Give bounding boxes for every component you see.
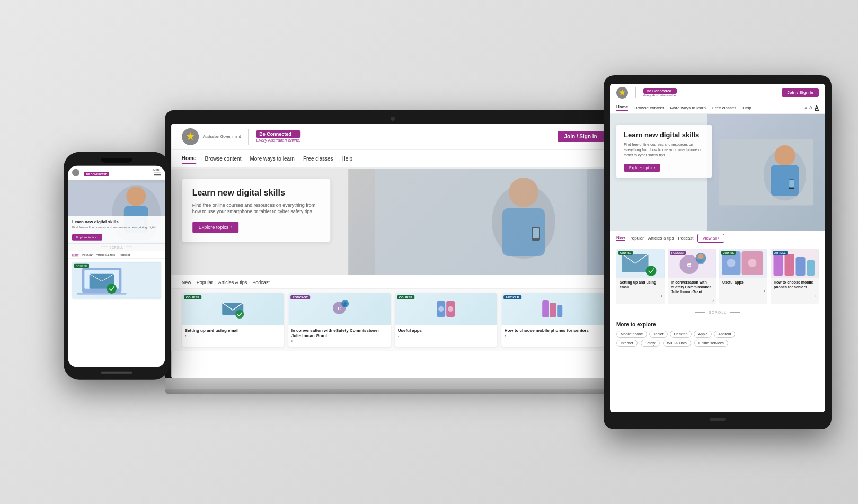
- tag-mobile-phone[interactable]: Mobile phone: [616, 331, 647, 338]
- tag-internet[interactable]: Internet: [616, 340, 638, 347]
- tablet-nav-help[interactable]: Help: [742, 105, 751, 110]
- laptop-screen: Australian Government Be Connected Every…: [171, 124, 614, 378]
- tag-desktop[interactable]: Desktop: [670, 331, 692, 338]
- laptop-explore-btn[interactable]: Explore topics ›: [192, 222, 239, 233]
- nav-item-browse[interactable]: Browse content: [205, 154, 241, 164]
- tab-new[interactable]: New: [182, 279, 191, 286]
- tablet-card-email-title: Setting up and using email: [620, 280, 661, 289]
- tab-podcast[interactable]: Podcast: [252, 279, 270, 286]
- svg-point-23: [774, 145, 795, 166]
- laptop-hero-image: [348, 169, 614, 275]
- tablet-card-email-badge: COURSE: [618, 251, 633, 255]
- svg-text:e: e: [338, 305, 341, 311]
- tag-apple[interactable]: Apple: [694, 331, 712, 338]
- phone-tab-new[interactable]: New: [72, 253, 78, 257]
- card-phones-image: ARTICLE: [501, 293, 604, 325]
- card-esafety-image: PODCAST e 👤: [288, 293, 391, 325]
- tab-popular[interactable]: Popular: [197, 279, 213, 286]
- laptop-site-header: Australian Government Be Connected Every…: [171, 124, 614, 150]
- nav-item-more-ways[interactable]: More ways to learn: [250, 154, 294, 164]
- card-esafety-content: In conversation with eSafety Commissione…: [288, 325, 391, 347]
- tablet-header: Be Connected Every Australian online. Jo…: [610, 84, 825, 102]
- tablet-every-australian: Every Australian online.: [643, 94, 677, 97]
- tablet-tab-popular[interactable]: Popular: [629, 236, 644, 241]
- phone-tab-popular[interactable]: Popular: [82, 253, 93, 257]
- card-esafety-arrow[interactable]: ›: [291, 339, 387, 343]
- tablet-card-phones-badge: ARTICLE: [773, 251, 788, 255]
- phone-screen: BE CONNECTED MENU: [68, 165, 165, 367]
- tablet-home-button[interactable]: [710, 418, 726, 421]
- card-apps-arrow[interactable]: ›: [398, 333, 494, 338]
- phone-explore-btn[interactable]: Explore topics ›: [72, 234, 102, 240]
- laptop-device: Australian Government Be Connected Every…: [165, 110, 621, 394]
- phone-menu-button[interactable]: MENU: [153, 169, 161, 176]
- laptop-site-nav: Home Browse content More ways to learn F…: [171, 150, 614, 169]
- phone-tab-podcast[interactable]: Podcast: [118, 253, 130, 257]
- card-phones-content: How to choose mobile phones for seniors …: [501, 325, 604, 341]
- phone-hero: Learn new digital skills Find free onlin…: [68, 180, 165, 243]
- tablet-join-btn[interactable]: Join / Sign in: [782, 88, 819, 97]
- join-signin-button[interactable]: Join / Sign in: [558, 131, 603, 142]
- logo-crest-icon: [182, 128, 199, 145]
- phone-card-course: COURSE: [72, 261, 161, 298]
- tablet-card-esafety-arrow[interactable]: ›: [668, 297, 716, 304]
- svg-rect-18: [550, 303, 556, 317]
- tablet-card-esafety-badge: PODCAST: [670, 251, 686, 255]
- tablet-cards-row: COURSE Setting up and using email: [610, 245, 825, 307]
- tablet-tab-new[interactable]: New: [616, 235, 625, 241]
- tag-safety[interactable]: Safety: [641, 340, 660, 347]
- card-email-arrow[interactable]: ›: [185, 333, 281, 338]
- tablet-nav-more-ways[interactable]: More ways to learn: [670, 105, 706, 110]
- card-apps-badge: COURSE: [397, 295, 415, 299]
- laptop-content-tabs: New Popular Articles & tips Podcast: [171, 275, 614, 289]
- tablet-nav: Home Browse content More ways to learn F…: [610, 102, 825, 114]
- font-size-medium[interactable]: A: [809, 105, 812, 110]
- laptop-hero-content-box: Learn new digital skills Find free onlin…: [182, 179, 330, 242]
- tablet-nav-browse[interactable]: Browse content: [634, 105, 664, 110]
- tablet-card-email-arrow[interactable]: ›: [616, 293, 665, 299]
- tablet-tab-articles[interactable]: Articles & tips: [648, 236, 674, 241]
- tag-wifi-data[interactable]: WiFi & Data: [663, 340, 691, 347]
- tag-tablet[interactable]: Tablet: [649, 331, 668, 338]
- tablet-view-all-btn[interactable]: View all ›: [697, 234, 724, 243]
- tablet-hero: Learn new digital skills Find free onlin…: [610, 114, 825, 231]
- card-email-badge: COURSE: [184, 295, 202, 299]
- tag-android[interactable]: Android: [714, 331, 735, 338]
- phone-menu-line-3: [154, 176, 161, 176]
- tablet-tab-podcast[interactable]: Podcast: [678, 236, 694, 241]
- card-apps: COURSE Useful apps ›: [395, 293, 497, 347]
- phone-notch: [101, 158, 132, 162]
- phone-home-indicator[interactable]: [101, 371, 132, 373]
- tablet-nav-home[interactable]: Home: [616, 104, 628, 111]
- tag-online-services[interactable]: Online services: [694, 340, 728, 347]
- tab-articles[interactable]: Articles & tips: [218, 279, 247, 286]
- svg-point-48: [126, 186, 146, 206]
- tablet-card-apps-img: COURSE: [719, 249, 767, 278]
- nav-item-free-classes[interactable]: Free classes: [303, 154, 333, 164]
- phone-brand-badge: BE CONNECTED: [84, 172, 109, 176]
- svg-rect-17: [542, 300, 549, 317]
- tablet-crest-icon: [616, 87, 628, 99]
- card-phones-arrow[interactable]: ›: [505, 333, 600, 338]
- phone-scroll-line-left: [101, 247, 108, 247]
- tablet-card-email-content: Setting up and using email: [616, 278, 665, 293]
- tablet-explore-btn[interactable]: Explore topics ›: [624, 164, 660, 172]
- phone-scroll-text: SCROLL: [110, 245, 123, 249]
- phone-scroll-indicator: SCROLL: [68, 243, 165, 251]
- font-size-small[interactable]: A: [804, 106, 807, 110]
- tablet-card-phones-arrow[interactable]: ›: [771, 293, 819, 299]
- font-size-large[interactable]: A: [815, 104, 819, 111]
- tablet-card-apps: COURSE Useful apps ›: [719, 249, 767, 304]
- card-email-content: Setting up and using email ›: [182, 325, 284, 341]
- phone-tab-articles[interactable]: Articles & tips: [96, 253, 115, 257]
- nav-item-help[interactable]: Help: [342, 154, 353, 164]
- be-connected-badge: Be Connected: [256, 130, 300, 138]
- card-esafety: PODCAST e 👤 In conversation with eSafety…: [288, 293, 391, 347]
- phone-crest-icon: [72, 169, 79, 176]
- laptop-hero-text: Find free online courses and resources o…: [192, 202, 320, 215]
- svg-rect-24: [771, 165, 799, 196]
- tablet-nav-free-classes[interactable]: Free classes: [712, 105, 736, 110]
- phone-header: BE CONNECTED MENU: [68, 165, 165, 180]
- nav-item-home[interactable]: Home: [182, 153, 197, 164]
- tablet-card-apps-arrow[interactable]: ›: [719, 288, 767, 295]
